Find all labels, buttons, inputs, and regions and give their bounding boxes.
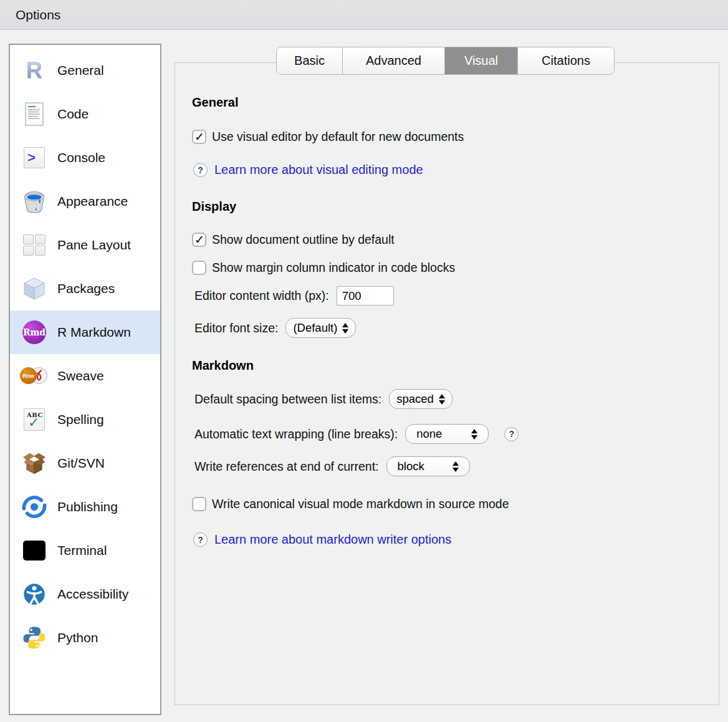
sidebar-item-label: Pane Layout [57, 238, 131, 253]
sidebar-item-label: General [57, 63, 104, 78]
markdown-section-heading: Markdown [192, 359, 706, 373]
show-outline-label: Show document outline by default [212, 233, 395, 247]
sidebar-item-r-markdown[interactable]: Rmd R Markdown [10, 310, 160, 354]
list-spacing-select[interactable]: spaced [389, 389, 453, 409]
general-section-heading: General [192, 95, 706, 110]
sidebar-item-packages[interactable]: Packages [10, 267, 160, 310]
editor-font-size-value: (Default) [293, 321, 337, 335]
text-wrapping-select[interactable]: none [405, 424, 489, 444]
learn-more-markdown-writer-link[interactable]: Learn more about markdown writer options [214, 532, 451, 547]
use-visual-editor-row: Use visual editor by default for new doc… [192, 130, 706, 144]
python-logo-icon [21, 624, 47, 652]
window-title: Options [16, 7, 60, 22]
updown-arrows-icon [342, 323, 348, 334]
cardboard-box-icon [21, 450, 47, 477]
show-margin-checkbox[interactable] [192, 261, 206, 275]
options-category-sidebar: R General Code > Console [9, 44, 161, 715]
sidebar-item-label: Spelling [57, 412, 104, 427]
editor-width-row: Editor content width (px): [194, 286, 706, 306]
sidebar-item-console[interactable]: > Console [10, 136, 160, 180]
list-spacing-row: Default spacing between list items: spac… [194, 389, 706, 409]
references-value: block [398, 460, 424, 473]
sidebar-item-git-svn[interactable]: Git/SVN [10, 441, 160, 485]
sidebar-item-label: Publishing [57, 499, 118, 514]
text-wrapping-label: Automatic text wrapping (line breaks): [194, 427, 398, 441]
markdown-writer-help-row: ? Learn more about markdown writer optio… [193, 532, 706, 547]
editor-font-size-label: Editor font size: [194, 321, 278, 335]
sidebar-item-general[interactable]: R General [10, 49, 160, 92]
visual-editing-help-row: ? Learn more about visual editing mode [193, 163, 706, 177]
rmd-badge-icon: Rmd [21, 319, 47, 346]
sidebar-item-label: Appearance [57, 194, 128, 209]
text-wrapping-help-icon[interactable]: ? [504, 427, 519, 441]
abc-spellcheck-icon: ABC ✓ [21, 406, 47, 433]
references-label: Write references at end of current: [194, 460, 379, 474]
updown-arrows-icon [471, 429, 477, 440]
visual-settings-panel: General Use visual editor by default for… [175, 62, 719, 705]
references-row: Write references at end of current: bloc… [194, 456, 706, 476]
text-wrapping-value: none [416, 427, 442, 441]
text-wrapping-row: Automatic text wrapping (line breaks): n… [194, 424, 706, 444]
tab-visual[interactable]: Visual [445, 47, 518, 74]
code-document-icon [21, 100, 47, 128]
display-section-heading: Display [192, 200, 706, 214]
sidebar-item-python[interactable]: Python [10, 616, 160, 660]
console-prompt-icon: > [21, 144, 47, 171]
sidebar-item-label: Terminal [57, 543, 107, 558]
editor-width-label: Editor content width (px): [194, 289, 329, 303]
sidebar-item-sweave[interactable]: Rnw Sweave [10, 354, 160, 398]
editor-width-input[interactable] [337, 286, 394, 306]
sidebar-item-label: Console [57, 150, 105, 165]
sidebar-item-label: Code [57, 107, 89, 122]
use-visual-editor-checkbox[interactable] [192, 130, 206, 144]
package-cube-icon [21, 275, 47, 302]
updown-arrows-icon [439, 394, 445, 405]
pane-grid-icon [21, 231, 47, 259]
list-spacing-label: Default spacing between list items: [194, 392, 381, 407]
tab-advanced[interactable]: Advanced [343, 47, 445, 74]
sidebar-item-label: Packages [57, 281, 115, 296]
r-logo-icon: R [21, 57, 47, 84]
references-select[interactable]: block [386, 456, 470, 476]
editor-font-size-row: Editor font size: (Default) [194, 318, 706, 338]
sweave-rnw-pdf-icon: Rnw [21, 362, 47, 390]
use-visual-editor-label: Use visual editor by default for new doc… [212, 130, 464, 144]
sidebar-item-label: Accessibility [57, 587, 128, 602]
sidebar-item-label: R Markdown [57, 325, 131, 340]
canonical-markdown-label: Write canonical visual mode markdown in … [212, 497, 509, 511]
help-icon[interactable]: ? [193, 532, 208, 547]
sidebar-item-appearance[interactable]: Appearance [10, 180, 160, 223]
updown-arrows-icon [453, 461, 459, 472]
terminal-square-icon [21, 537, 47, 564]
sidebar-item-pane-layout[interactable]: Pane Layout [10, 223, 160, 267]
show-outline-checkbox[interactable] [192, 233, 206, 247]
sidebar-item-spelling[interactable]: ABC ✓ Spelling [10, 398, 160, 441]
help-icon[interactable]: ? [193, 163, 208, 177]
canonical-markdown-checkbox[interactable] [192, 497, 206, 511]
sidebar-item-publishing[interactable]: Publishing [10, 485, 160, 529]
settings-tabbar: Basic Advanced Visual Citations [276, 47, 615, 75]
paint-bucket-icon [21, 188, 47, 215]
show-margin-row: Show margin column indicator in code blo… [192, 261, 706, 275]
editor-font-size-select[interactable]: (Default) [285, 318, 356, 338]
sidebar-item-label: Python [57, 630, 98, 645]
list-spacing-value: spaced [396, 392, 434, 406]
accessibility-person-icon [21, 580, 47, 608]
tab-citations[interactable]: Citations [518, 47, 614, 74]
connect-logo-icon [21, 493, 47, 521]
show-outline-row: Show document outline by default [192, 233, 706, 247]
canonical-markdown-row: Write canonical visual mode markdown in … [192, 497, 706, 511]
sidebar-item-code[interactable]: Code [10, 92, 160, 136]
sidebar-item-accessibility[interactable]: Accessibility [10, 572, 160, 616]
tab-basic[interactable]: Basic [277, 47, 343, 74]
sidebar-item-label: Sweave [57, 368, 104, 383]
sidebar-item-terminal[interactable]: Terminal [10, 529, 160, 572]
window-titlebar: Options [0, 0, 728, 30]
sidebar-item-label: Git/SVN [57, 456, 105, 471]
learn-more-visual-editing-link[interactable]: Learn more about visual editing mode [214, 163, 423, 177]
show-margin-label: Show margin column indicator in code blo… [212, 261, 455, 275]
